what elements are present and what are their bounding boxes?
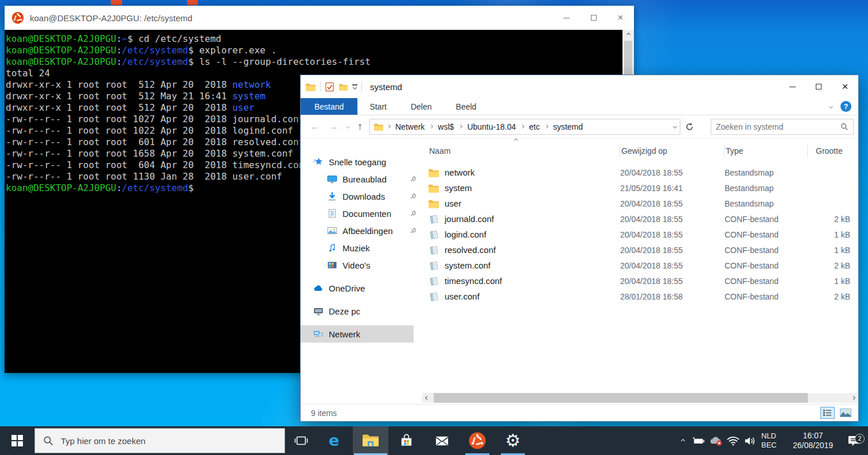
thumbnails-view-button[interactable] (838, 407, 853, 419)
breadcrumb-chevron-icon[interactable] (544, 125, 548, 129)
address-bar[interactable]: > Netwerkwsl$Ubuntu-18.04etcsystemd (369, 119, 680, 135)
file-row-user-conf[interactable]: user.conf28/01/2018 16:58CONF-bestand2 k… (428, 289, 858, 304)
breadcrumb-chevron-icon[interactable] (458, 125, 462, 129)
file-name[interactable]: user.conf (445, 291, 480, 301)
column-header-gewijzigd-op[interactable]: Gewijzigd op (620, 145, 725, 157)
sidebar-item-netwerk[interactable]: Netwerk (301, 325, 414, 343)
tray-time: 16:07 (787, 431, 839, 441)
explorer-close-button[interactable]: × (832, 75, 858, 98)
file-list: network20/04/2018 18:55Bestandsmapsystem… (428, 165, 858, 304)
battery-icon[interactable] (690, 436, 707, 446)
tab-delen[interactable]: Delen (399, 98, 444, 115)
tab-bestand[interactable]: Bestand (301, 98, 357, 115)
sidebar-item-video-s[interactable]: Video's (301, 256, 422, 274)
taskbar: Typ hier om te zoeken e⚙ NLD BEC (0, 426, 868, 455)
file-row-user[interactable]: user20/04/2018 18:55Bestandsmap (428, 196, 858, 211)
recent-locations-icon[interactable] (346, 125, 350, 129)
volume-icon[interactable] (742, 436, 759, 446)
start-button[interactable] (0, 426, 34, 455)
task-view-button[interactable] (285, 426, 317, 455)
terminal-titlebar[interactable]: koan@DESKTOP-A2J0PGU: /etc/systemd × (5, 6, 634, 30)
tab-beeld[interactable]: Beeld (444, 98, 489, 115)
clock[interactable]: 16:07 26/08/2019 (787, 431, 839, 450)
file-row-timesyncd-conf[interactable]: timesyncd.conf20/04/2018 18:55CONF-besta… (428, 273, 858, 289)
search-icon[interactable] (840, 123, 848, 131)
properties-check-icon[interactable] (325, 82, 334, 92)
breadcrumb-chevron-icon[interactable] (387, 125, 391, 129)
tray-expand-chevron-icon[interactable] (675, 440, 690, 442)
expand-ribbon-icon[interactable] (829, 104, 833, 108)
search-placeholder: Zoeken in systemd (716, 122, 784, 131)
column-header-type[interactable]: Type (725, 145, 808, 157)
search-input[interactable]: Zoeken in systemd (711, 119, 854, 135)
file-name[interactable]: system (445, 183, 472, 193)
file-name[interactable]: network (445, 168, 475, 177)
file-row-network[interactable]: network20/04/2018 18:55Bestandsmap (428, 165, 858, 180)
tab-start[interactable]: Start (357, 98, 399, 115)
sidebar-item-muziek[interactable]: Muziek (301, 239, 422, 256)
sidebar-item-onedrive[interactable]: OneDrive (301, 279, 422, 297)
taskbar-file-explorer-button[interactable] (353, 426, 388, 455)
scroll-up-icon[interactable] (622, 30, 634, 40)
column-header-naam[interactable]: Naam (428, 145, 620, 157)
file-name[interactable]: resolved.conf (445, 245, 496, 255)
taskbar-edge-button[interactable]: e (317, 426, 353, 455)
explorer-titlebar[interactable]: > > systemd × (301, 75, 858, 98)
sidebar-item-documenten[interactable]: Documenten> (301, 205, 422, 222)
file-row-journald-conf[interactable]: journald.conf20/04/2018 18:55CONF-bestan… (428, 211, 858, 227)
file-name[interactable]: system.conf (445, 260, 491, 270)
forward-button[interactable]: → (328, 120, 338, 133)
file-name[interactable]: logind.conf (445, 230, 486, 239)
terminal-close-button[interactable]: × (607, 6, 634, 30)
taskbar-search-placeholder: Typ hier om te zoeken (61, 436, 146, 446)
breadcrumb-item-ubuntu-18-04[interactable]: Ubuntu-18.04 (466, 122, 517, 131)
help-button[interactable]: ? (840, 101, 851, 112)
address-dropdown-icon[interactable] (673, 125, 677, 129)
sidebar-item-bureaublad[interactable]: Bureaublad> (301, 170, 422, 188)
breadcrumb-chevron-icon[interactable] (429, 125, 433, 129)
explorer-minimize-button[interactable] (779, 75, 805, 98)
breadcrumb-item-systemd[interactable]: systemd (552, 122, 584, 131)
sidebar-item-deze-pc[interactable]: Deze pc (301, 302, 422, 320)
file-row-logind-conf[interactable]: logind.conf20/04/2018 18:55CONF-bestand1… (428, 227, 858, 242)
taskbar-store-button[interactable] (388, 426, 424, 455)
system-tray: NLD BEC 16:07 26/08/2019 2 (675, 426, 868, 455)
file-row-system[interactable]: system21/05/2019 16:41Bestandsmap (428, 180, 858, 196)
up-button[interactable]: ↑ (357, 120, 363, 133)
action-center-button[interactable]: 2 (839, 434, 868, 448)
taskbar-search-input[interactable]: Typ hier om te zoeken (34, 428, 285, 453)
sidebar-item-afbeeldingen[interactable]: Afbeeldingen> (301, 222, 422, 239)
explorer-maximize-button[interactable] (805, 75, 832, 98)
new-folder-icon[interactable]: > (338, 83, 348, 91)
sidebar-item-label: Video's (342, 260, 370, 270)
terminal-maximize-button[interactable] (580, 6, 607, 30)
wifi-icon[interactable] (725, 435, 742, 446)
sidebar-item-downloads[interactable]: Downloads> (301, 188, 422, 205)
onedrive-error-icon[interactable] (707, 435, 725, 446)
terminal-minimize-button[interactable] (553, 6, 580, 30)
back-button[interactable]: ← (310, 120, 320, 133)
breadcrumb-item-wsl[interactable]: wsl$ (437, 122, 455, 131)
scroll-right-icon[interactable] (848, 393, 858, 403)
taskbar-mail-button[interactable] (424, 426, 460, 455)
scroll-left-icon[interactable] (422, 393, 432, 403)
horizontal-scrollbar[interactable] (422, 393, 858, 403)
taskbar-settings-button[interactable]: ⚙ (495, 426, 531, 455)
file-name[interactable]: user (445, 199, 461, 208)
details-view-button[interactable] (820, 407, 835, 419)
scrollbar-thumb[interactable] (434, 393, 808, 403)
file-name[interactable]: timesyncd.conf (445, 276, 502, 286)
sidebar-item-snelle-toegang[interactable]: Snelle toegang (301, 153, 422, 170)
language-indicator[interactable]: NLD BEC (759, 431, 787, 450)
refresh-icon[interactable] (685, 122, 694, 131)
taskbar-ubuntu-button[interactable] (460, 426, 495, 455)
breadcrumb-chevron-icon[interactable] (520, 125, 524, 129)
file-row-resolved-conf[interactable]: resolved.conf20/04/2018 18:55CONF-bestan… (428, 242, 858, 258)
breadcrumb-item-etc[interactable]: etc (528, 122, 541, 131)
file-name[interactable]: journald.conf (445, 214, 494, 224)
customize-toolbar-icon[interactable] (352, 84, 357, 89)
file-row-system-conf[interactable]: system.conf20/04/2018 18:55CONF-bestand2… (428, 258, 858, 273)
breadcrumb-item-netwerk[interactable]: Netwerk (394, 122, 426, 131)
column-header-grootte[interactable]: Grootte (808, 145, 858, 157)
desktop-icon (327, 174, 337, 184)
